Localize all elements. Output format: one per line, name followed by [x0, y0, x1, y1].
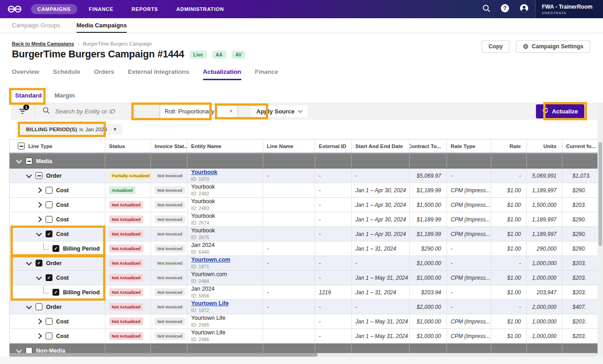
- nav-finance[interactable]: FINANCE: [83, 4, 120, 14]
- column-header-entity_name[interactable]: Entity Name: [187, 139, 263, 153]
- row-checkbox-unchecked[interactable]: [26, 347, 32, 354]
- group-row-non-media[interactable]: Non-Media: [10, 343, 598, 354]
- row-checkbox-unchecked[interactable]: [46, 216, 52, 223]
- column-header-line_name[interactable]: Line Name: [263, 139, 315, 153]
- account-switcher[interactable]: FWA - TrainerRoom ONESTRATA: [535, 0, 603, 18]
- billing-period-filter-chip[interactable]: BILLING PERIOD(S) is Jan 2024 ▼: [21, 124, 122, 135]
- column-header-rate[interactable]: Rate: [491, 139, 527, 153]
- column-header-invoice_status[interactable]: Invoice Stat...: [151, 139, 187, 153]
- select-all-checkbox[interactable]: [18, 143, 25, 149]
- row-checkbox-checked[interactable]: ✓: [52, 289, 59, 296]
- tab-schedule[interactable]: Schedule: [53, 68, 80, 80]
- chevron-right-icon[interactable]: [36, 333, 42, 339]
- column-header-line_type[interactable]: Line Type: [10, 139, 105, 153]
- cell-rate: $1.00: [491, 329, 527, 343]
- column-header-rate_type[interactable]: Rate Type: [447, 139, 491, 153]
- breadcrumb-back-link[interactable]: Back to Media Campaigns: [12, 41, 74, 46]
- chevron-right-icon[interactable]: [36, 318, 42, 324]
- tab-finance[interactable]: Finance: [255, 68, 278, 80]
- nav-reports[interactable]: REPORTS: [125, 4, 165, 14]
- tab-campaign-groups[interactable]: Campaign Groups: [12, 18, 60, 33]
- search-input[interactable]: [54, 108, 140, 115]
- row-checkbox-unchecked[interactable]: [46, 318, 52, 325]
- tab-media-campaigns[interactable]: Media Campaigns: [77, 18, 127, 33]
- row-checkbox-unchecked[interactable]: [46, 187, 52, 194]
- chevron-down-icon[interactable]: [36, 231, 42, 236]
- row-checkbox-indeterminate[interactable]: [36, 172, 42, 179]
- column-label-external_id: External ID: [319, 144, 346, 149]
- table-row[interactable]: CostNot ActualizedNot InvoicedYourbookID…: [10, 212, 598, 227]
- table-row[interactable]: CostActualizedNot InvoicedYourbookID: 24…: [10, 183, 598, 198]
- tab-external-integrations[interactable]: External Integrations: [128, 68, 189, 80]
- chevron-right-icon[interactable]: [36, 187, 42, 193]
- row-checkbox-checked[interactable]: ✓: [46, 274, 52, 281]
- chevron-right-icon[interactable]: [36, 202, 42, 208]
- tab-actualization[interactable]: Actualization: [203, 68, 241, 80]
- horizontal-scrollbar[interactable]: [9, 353, 317, 357]
- table-row[interactable]: ✓Billing PeriodNot ActualizedNot Invoice…: [10, 241, 598, 256]
- table-row[interactable]: ✓CostNot ActualizedNot InvoicedYourbookI…: [10, 227, 598, 241]
- entity-id: ID: 5856: [191, 293, 209, 298]
- cell-contract_to: $1,500.00: [410, 198, 447, 212]
- help-icon[interactable]: ?: [500, 4, 509, 15]
- table-row[interactable]: ✓OrderNot ActualizedNot InvoicedYourtown…: [10, 256, 598, 271]
- tab-overview[interactable]: Overview: [12, 68, 39, 80]
- campaign-settings-button[interactable]: ⚙ Campaign Settings: [516, 40, 590, 53]
- roll-method-select[interactable]: Roll: Proportionally ▼: [160, 104, 238, 118]
- status-badge-av: AV: [232, 51, 245, 59]
- chip-field: BILLING PERIOD(S): [26, 127, 77, 132]
- cell-external_id: [315, 343, 352, 354]
- copy-button[interactable]: Copy: [482, 40, 509, 53]
- column-header-start_end_date[interactable]: Start And End Date: [352, 139, 410, 153]
- nav-administration[interactable]: ADMINISTRATION: [170, 4, 230, 14]
- row-checkbox-checked[interactable]: ✓: [36, 260, 42, 267]
- actualize-button[interactable]: Actualize: [536, 104, 584, 118]
- search-icon[interactable]: [482, 4, 490, 14]
- brand-logo-icon[interactable]: [7, 5, 22, 14]
- column-header-units[interactable]: Units: [527, 139, 562, 153]
- column-header-external_id[interactable]: External ID: [315, 139, 352, 153]
- row-checkbox-unchecked[interactable]: [46, 333, 52, 339]
- table-row[interactable]: OrderPartially ActualizedNot InvoicedYou…: [10, 169, 598, 183]
- entity-link[interactable]: Yourbook: [191, 169, 217, 176]
- column-header-contract_to[interactable]: Contract To...: [410, 139, 447, 153]
- table-row[interactable]: CostNot ActualizedNot InvoicedYourbookID…: [10, 198, 598, 212]
- entity-link[interactable]: Yourtown.com: [191, 256, 230, 263]
- cell-units: [527, 343, 562, 354]
- chevron-down-icon[interactable]: [36, 274, 42, 280]
- row-checkbox-unchecked[interactable]: [46, 201, 52, 208]
- column-header-current_forecast[interactable]: Current fo...: [562, 139, 598, 153]
- chevron-down-icon[interactable]: [26, 303, 32, 309]
- row-checkbox-unchecked[interactable]: [36, 303, 42, 310]
- user-account-icon[interactable]: [520, 4, 529, 15]
- row-checkbox-checked[interactable]: ✓: [46, 231, 52, 237]
- cell-status: Actualized: [105, 183, 151, 197]
- row-checkbox-indeterminate[interactable]: [26, 158, 32, 164]
- cell-rate_type: CPM (Impress...: [447, 314, 491, 328]
- entity-name: Yourtown Life: [191, 315, 225, 322]
- table-row[interactable]: CostNot ActualizedNot InvoicedYourtown L…: [10, 329, 598, 343]
- table-row[interactable]: ✓CostNot ActualizedNot InvoicedYourtown.…: [10, 271, 598, 285]
- row-checkbox-checked[interactable]: ✓: [52, 245, 59, 252]
- search-icon: [42, 107, 50, 116]
- chevron-down-icon[interactable]: [26, 260, 32, 266]
- table-row[interactable]: OrderNot ActualizedNot InvoicedYourtown …: [10, 300, 598, 314]
- chevron-down-icon[interactable]: [16, 347, 22, 353]
- group-row-media[interactable]: Media: [10, 154, 598, 169]
- apply-source-button[interactable]: Apply Source: [250, 105, 308, 118]
- cell-value: $1,000.00: [417, 275, 441, 281]
- chevron-right-icon[interactable]: [36, 216, 42, 222]
- filter-button[interactable]: 1: [17, 106, 27, 116]
- chevron-down-icon[interactable]: [16, 158, 22, 164]
- table-row[interactable]: ✓Billing PeriodNot ActualizedNot Invoice…: [10, 285, 598, 300]
- tab-orders[interactable]: Orders: [94, 68, 114, 80]
- status-badge: Partially Actualized: [109, 172, 151, 179]
- table-row[interactable]: CostNot ActualizedNot InvoicedYourtown L…: [10, 314, 598, 329]
- chevron-down-icon[interactable]: [26, 172, 32, 178]
- column-header-status[interactable]: Status: [105, 139, 151, 153]
- entity-link[interactable]: Yourtown Life: [191, 300, 229, 307]
- nav-campaigns[interactable]: CAMPAIGNS: [31, 4, 77, 14]
- vertical-scrollbar[interactable]: [598, 142, 602, 246]
- cell-rate: $1.00: [491, 285, 527, 299]
- cell-value: 290,000: [537, 246, 556, 252]
